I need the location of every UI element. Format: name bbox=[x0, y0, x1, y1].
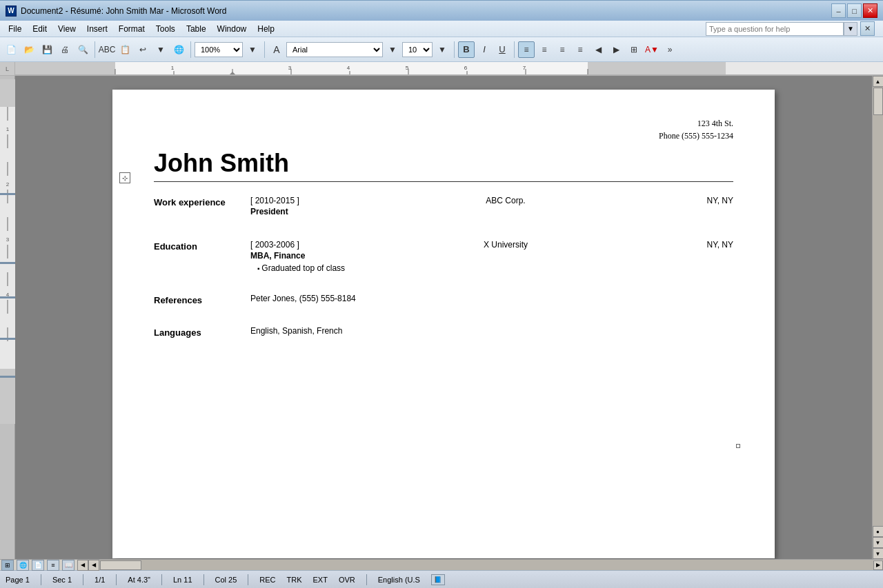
help-close[interactable]: ✕ bbox=[860, 21, 875, 36]
menu-view[interactable]: View bbox=[52, 22, 81, 36]
print-layout-icon[interactable]: 📄 bbox=[32, 560, 44, 571]
doc-name: John Smith bbox=[154, 149, 733, 178]
align-center-button[interactable]: ≡ bbox=[536, 41, 553, 58]
save-button[interactable]: 💾 bbox=[39, 41, 55, 58]
title-bar: W Document2 - Résumé: John Smith Mar - M… bbox=[0, 0, 883, 21]
redo-button[interactable]: 🌐 bbox=[170, 41, 187, 58]
print-preview-button[interactable]: 🔍 bbox=[75, 41, 91, 58]
menu-edit[interactable]: Edit bbox=[27, 22, 52, 36]
ruler-corner: L bbox=[0, 62, 15, 75]
close-button[interactable]: ✕ bbox=[863, 3, 877, 18]
menu-table[interactable]: Table bbox=[181, 22, 212, 36]
web-layout-icon[interactable]: 🌐 bbox=[17, 560, 29, 571]
select-browse-object[interactable]: ● bbox=[873, 526, 884, 537]
languages-text: English, Spanish, French bbox=[250, 326, 342, 336]
toolbar-separator-2 bbox=[190, 41, 191, 58]
scroll-up-arrow[interactable]: ▲ bbox=[873, 76, 884, 87]
scroll-track[interactable] bbox=[873, 87, 884, 526]
zoom-select[interactable]: 100% bbox=[195, 42, 243, 57]
h-scroll-thumb[interactable] bbox=[100, 560, 141, 570]
work-content: [ 2010-2015 ] ABC Corp. NY, NY President bbox=[250, 196, 733, 219]
spellcheck-button[interactable]: ABC bbox=[99, 41, 115, 58]
outline-view-icon[interactable]: ≡ bbox=[47, 560, 59, 571]
help-input[interactable] bbox=[706, 22, 844, 36]
education-label: Education bbox=[154, 240, 250, 273]
font-dropdown[interactable]: ▼ bbox=[384, 41, 401, 58]
languages-section: Languages English, Spanish, French bbox=[154, 326, 733, 338]
doc-address: 123 4th St. Phone (555) 555-1234 bbox=[154, 117, 733, 142]
status-bar: Page 1 Sec 1 1/1 At 4.3" Ln 11 Col 25 RE… bbox=[0, 570, 883, 588]
references-section: References Peter Jones, (555) 555-8184 bbox=[154, 294, 733, 305]
ruler-container: L 1 3 4 5 6 7 bbox=[0, 62, 883, 76]
fontsize-dropdown[interactable]: ▼ bbox=[434, 41, 450, 58]
more-button[interactable]: » bbox=[662, 41, 678, 58]
menu-file[interactable]: File bbox=[3, 22, 27, 36]
ordered-list-button[interactable]: ≡ bbox=[554, 41, 571, 58]
menu-tools[interactable]: Tools bbox=[150, 22, 181, 36]
normal-view-icon[interactable]: ⊞ bbox=[1, 560, 14, 571]
maximize-button[interactable]: □ bbox=[847, 3, 862, 18]
italic-button[interactable]: I bbox=[476, 41, 493, 58]
bold-button[interactable]: B bbox=[458, 41, 475, 58]
help-box: ▼ ✕ bbox=[280, 21, 880, 36]
vertical-ruler: 1 2 3 4 bbox=[0, 76, 15, 559]
svg-text:2: 2 bbox=[6, 181, 9, 187]
menu-format[interactable]: Format bbox=[113, 22, 150, 36]
h-scroll-track[interactable] bbox=[99, 560, 873, 570]
doc-divider bbox=[154, 181, 733, 182]
scroll-left-arrow[interactable]: ◀ bbox=[88, 560, 99, 571]
scroll-down-arrow-2[interactable]: ▼ bbox=[873, 548, 884, 559]
svg-rect-3 bbox=[115, 62, 588, 75]
unordered-list-button[interactable]: ≡ bbox=[572, 41, 588, 58]
scroll-thumb[interactable] bbox=[873, 88, 883, 115]
scroll-down-arrow-1[interactable]: ▼ bbox=[873, 537, 884, 548]
zoom-dropdown[interactable]: ▼ bbox=[244, 41, 261, 58]
dictionary-icon[interactable]: 📘 bbox=[431, 574, 445, 585]
scroll-right-arrow[interactable]: ▶ bbox=[873, 560, 883, 570]
highlight-button[interactable]: A▼ bbox=[644, 41, 660, 58]
minimize-button[interactable]: – bbox=[831, 3, 846, 18]
border-button[interactable]: ⊞ bbox=[626, 41, 642, 58]
status-ln: Ln 11 bbox=[173, 576, 192, 584]
education-location: NY, NY bbox=[678, 240, 733, 250]
indent-more-button[interactable]: ▶ bbox=[608, 41, 624, 58]
document-area[interactable]: ⊹ 123 4th St. Phone (555) 555-1234 John … bbox=[15, 76, 872, 559]
main-toolbar: 📄 📂 💾 🖨 🔍 ABC 📋 ↩ ▼ 🌐 100% ▼ A Arial ▼ 1… bbox=[0, 37, 883, 62]
cursor-indicator bbox=[736, 444, 740, 448]
education-row: [ 2003-2006 ] X University NY, NY bbox=[250, 240, 733, 250]
undo-button[interactable]: ↩ bbox=[135, 41, 151, 58]
menu-help[interactable]: Help bbox=[252, 22, 280, 36]
svg-text:4: 4 bbox=[347, 65, 350, 71]
font-select[interactable]: Arial bbox=[286, 42, 383, 57]
help-dropdown[interactable]: ▼ bbox=[844, 22, 857, 36]
status-at: At 4.3" bbox=[128, 576, 150, 584]
menu-bar: File Edit View Insert Format Tools Table… bbox=[0, 21, 883, 37]
work-section: Work experience [ 2010-2015 ] ABC Corp. … bbox=[154, 196, 733, 219]
copy-button[interactable]: 📋 bbox=[117, 41, 133, 58]
horizontal-scrollbar[interactable]: ⊞ 🌐 📄 ≡ 📖 ◀ ◀ ▶ bbox=[0, 559, 883, 570]
status-sec: Sec 1 bbox=[52, 576, 72, 584]
reading-layout-icon[interactable]: 📖 bbox=[62, 560, 75, 571]
new-button[interactable]: 📄 bbox=[3, 41, 19, 58]
svg-text:3: 3 bbox=[6, 236, 9, 243]
underline-button[interactable]: U bbox=[494, 41, 510, 58]
menu-insert[interactable]: Insert bbox=[81, 22, 113, 36]
view-icons: ⊞ 🌐 📄 ≡ 📖 ◀ bbox=[1, 560, 88, 571]
svg-text:6: 6 bbox=[464, 65, 468, 71]
work-label: Work experience bbox=[154, 196, 250, 219]
status-ext: EXT bbox=[313, 576, 328, 584]
svg-text:7: 7 bbox=[523, 65, 526, 71]
align-left-button[interactable]: ≡ bbox=[518, 41, 535, 58]
education-dates: [ 2003-2006 ] bbox=[250, 240, 333, 250]
menu-window[interactable]: Window bbox=[212, 22, 252, 36]
open-button[interactable]: 📂 bbox=[21, 41, 37, 58]
reading-mode-icon[interactable]: ◀ bbox=[77, 560, 88, 571]
print-button[interactable]: 🖨 bbox=[57, 41, 73, 58]
education-subtitle: MBA, Finance bbox=[250, 251, 733, 261]
vertical-scrollbar[interactable]: ▲ ● ▼ ▼ bbox=[872, 76, 883, 559]
undo-arrow[interactable]: ▼ bbox=[152, 41, 169, 58]
font-size-select[interactable]: 10 bbox=[402, 42, 433, 57]
move-handle[interactable]: ⊹ bbox=[119, 172, 130, 183]
education-company: X University bbox=[333, 240, 678, 250]
indent-less-button[interactable]: ◀ bbox=[590, 41, 606, 58]
